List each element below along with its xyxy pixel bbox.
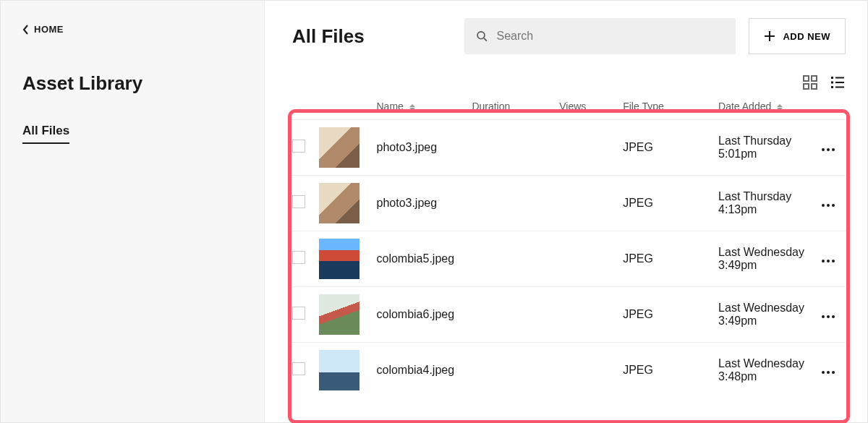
file-views [559,343,623,398]
table-row[interactable]: colombia4.jpegJPEGLast Wednesday 3:48pm [292,343,846,398]
file-type: JPEG [623,287,718,343]
search-input-wrap[interactable] [464,18,736,54]
file-name: photo3.jpeg [376,120,472,176]
svg-rect-13 [835,87,844,88]
home-link[interactable]: HOME [22,24,64,35]
thumbnail [319,294,359,335]
chevron-left-icon [22,25,30,35]
grid-icon [802,74,818,90]
sidebar: HOME Asset Library All Files [1,1,265,422]
table-row[interactable]: photo3.jpegJPEGLast Thursday 4:13pm [292,176,846,231]
sidebar-nav: All Files [22,124,242,144]
thumbnail [319,239,359,279]
add-new-button[interactable]: ADD NEW [749,18,846,54]
row-more-button[interactable] [822,260,835,262]
file-type: JPEG [623,343,718,398]
sidebar-item-all-files[interactable]: All Files [22,124,69,144]
list-view-button[interactable] [830,74,846,90]
thumbnail [319,350,359,390]
row-more-button[interactable] [822,148,835,151]
column-file-type[interactable]: File Type [623,101,718,120]
table-row[interactable]: colombia5.jpegJPEGLast Wednesday 3:49pm [292,231,846,287]
file-views [559,287,623,343]
table-wrap: Name Duration Views File Type Date Added [292,101,846,422]
grid-view-button[interactable] [802,74,818,90]
file-date-added: Last Thursday 4:13pm [718,176,822,231]
top-row: All Files ADD NEW [292,18,846,54]
table-row[interactable]: colombia6.jpegJPEGLast Wednesday 3:49pm [292,287,846,343]
row-checkbox[interactable] [292,140,305,153]
column-date-added[interactable]: Date Added [718,101,822,120]
table-header-row: Name Duration Views File Type Date Added [292,101,846,120]
file-date-added: Last Wednesday 3:49pm [718,287,822,343]
page-title: All Files [292,25,451,48]
column-name[interactable]: Name [376,101,472,120]
file-views [559,231,623,287]
file-type: JPEG [623,176,718,231]
home-label: HOME [34,24,64,35]
file-name: colombia4.jpeg [376,343,472,398]
file-duration [472,120,559,176]
sidebar-title: Asset Library [22,72,242,95]
file-type: JPEG [623,120,718,176]
file-duration [472,343,559,398]
row-more-button[interactable] [822,315,835,318]
svg-rect-8 [831,77,833,79]
row-checkbox[interactable] [292,195,305,208]
row-more-button[interactable] [822,371,835,374]
svg-rect-11 [835,82,844,83]
plus-icon [764,30,775,42]
file-date-added: Last Wednesday 3:48pm [718,343,822,398]
file-name: colombia6.jpeg [376,287,472,343]
svg-rect-10 [831,82,833,84]
row-checkbox[interactable] [292,307,305,320]
files-table: Name Duration Views File Type Date Added [292,101,846,398]
column-views[interactable]: Views [559,101,623,120]
file-type: JPEG [623,231,718,287]
svg-rect-7 [812,84,817,89]
search-input[interactable] [497,30,725,43]
svg-rect-12 [831,86,833,88]
file-duration [472,176,559,231]
view-toggle-row [292,74,846,90]
svg-rect-9 [835,77,844,79]
row-more-button[interactable] [822,204,835,207]
sort-icon [777,104,783,111]
file-date-added: Last Thursday 5:01pm [718,120,822,176]
file-name: photo3.jpeg [376,176,472,231]
thumbnail [319,183,359,223]
sort-icon [409,104,415,111]
svg-rect-5 [812,76,817,81]
svg-point-0 [477,32,485,39]
row-checkbox[interactable] [292,251,305,264]
file-date-added: Last Wednesday 3:49pm [718,231,822,287]
main: All Files ADD NEW [265,1,867,422]
svg-rect-6 [804,84,809,89]
file-views [559,120,623,176]
list-icon [830,74,846,90]
file-name: colombia5.jpeg [376,231,472,287]
column-duration[interactable]: Duration [472,101,559,120]
add-new-label: ADD NEW [783,31,830,42]
file-duration [472,231,559,287]
row-checkbox[interactable] [292,362,305,375]
thumbnail [319,127,359,168]
svg-rect-4 [804,76,809,81]
search-icon [476,30,488,43]
app-shell: HOME Asset Library All Files All Files A… [0,0,868,423]
svg-line-1 [484,38,487,41]
file-duration [472,287,559,343]
file-views [559,176,623,231]
table-row[interactable]: photo3.jpegJPEGLast Thursday 5:01pm [292,120,846,176]
